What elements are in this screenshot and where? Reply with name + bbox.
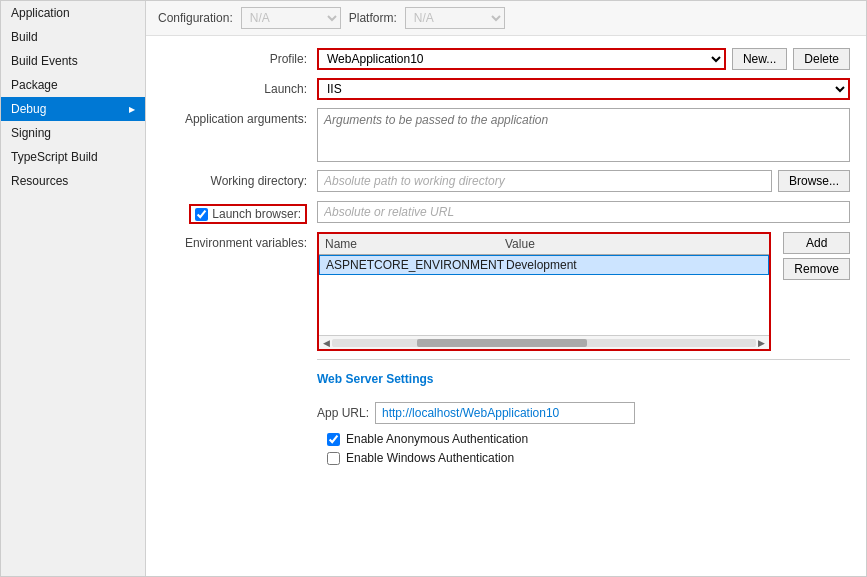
auth-checkboxes: Enable Anonymous Authentication Enable W… [327,432,850,465]
sidebar-item-signing[interactable]: Signing [1,121,145,145]
launch-url-area [317,201,850,223]
web-server-heading: Web Server Settings [317,372,433,386]
app-url-label: App URL: [317,406,369,420]
sidebar-item-typescript-build[interactable]: TypeScript Build [1,145,145,169]
divider [317,359,850,360]
web-server-heading-row: Web Server Settings [162,368,850,394]
env-cell-name: ASPNETCORE_ENVIRONMENT [326,258,506,272]
launch-browser-checkbox[interactable] [195,208,208,221]
delete-button[interactable]: Delete [793,48,850,70]
add-env-button[interactable]: Add [783,232,850,254]
env-vars-label: Environment variables: [162,232,317,250]
env-col-value-header: Value [505,237,763,251]
debug-content: Profile: WebApplication10 New... Delete … [146,36,866,576]
launch-browser-checkbox-group: Launch browser: [189,204,307,224]
sidebar-item-build[interactable]: Build [1,25,145,49]
launch-control-area: IIS [317,78,850,100]
env-cell-value: Development [506,258,762,272]
scrollbar-track [332,339,756,347]
env-col-name-header: Name [325,237,505,251]
sidebar-item-resources[interactable]: Resources [1,169,145,193]
new-button[interactable]: New... [732,48,787,70]
scroll-right-icon[interactable]: ▶ [756,338,767,348]
windows-auth-row: Enable Windows Authentication [327,451,850,465]
profile-label: Profile: [162,48,317,66]
app-args-control-area [317,108,850,162]
launch-label: Launch: [162,78,317,96]
env-action-buttons: Add Remove [783,232,850,280]
sidebar-item-package[interactable]: Package [1,73,145,97]
platform-select[interactable]: N/A [405,7,505,29]
browse-button[interactable]: Browse... [778,170,850,192]
profile-select[interactable]: WebApplication10 [317,48,726,70]
platform-label: Platform: [349,11,397,25]
app-url-input[interactable] [375,402,635,424]
working-dir-row: Working directory: Browse... [162,170,850,192]
scroll-left-icon[interactable]: ◀ [321,338,332,348]
launch-row: Launch: IIS [162,78,850,100]
main-content: Configuration: N/A Platform: N/A Profile… [146,1,866,576]
env-vars-row: Environment variables: Name Value ASPNET… [162,232,850,351]
scrollbar-thumb[interactable] [417,339,587,347]
working-dir-control-area: Browse... [317,170,850,192]
launch-browser-label-area: Launch browser: [162,200,317,224]
anon-auth-label[interactable]: Enable Anonymous Authentication [346,432,528,446]
env-table-body: ASPNETCORE_ENVIRONMENT Development [319,255,769,335]
configuration-label: Configuration: [158,11,233,25]
sidebar-item-debug[interactable]: Debug [1,97,145,121]
working-dir-input[interactable] [317,170,772,192]
launch-select[interactable]: IIS [317,78,850,100]
env-vars-control-area: Name Value ASPNETCORE_ENVIRONMENT Develo… [317,232,850,351]
env-table-wrapper: Name Value ASPNETCORE_ENVIRONMENT Develo… [317,232,771,351]
top-bar: Configuration: N/A Platform: N/A [146,1,866,36]
windows-auth-label[interactable]: Enable Windows Authentication [346,451,514,465]
launch-browser-row: Launch browser: [162,200,850,224]
env-table: Name Value ASPNETCORE_ENVIRONMENT Develo… [317,232,771,351]
sidebar: Application Build Build Events Package D… [1,1,146,576]
anon-auth-row: Enable Anonymous Authentication [327,432,850,446]
sidebar-item-application[interactable]: Application [1,1,145,25]
env-row[interactable]: ASPNETCORE_ENVIRONMENT Development [319,255,769,275]
app-args-input[interactable] [317,108,850,162]
sidebar-item-build-events[interactable]: Build Events [1,49,145,73]
anon-auth-checkbox[interactable] [327,433,340,446]
app-url-row: App URL: [317,402,850,424]
remove-env-button[interactable]: Remove [783,258,850,280]
env-table-header: Name Value [319,234,769,255]
app-args-label: Application arguments: [162,108,317,126]
profile-control-area: WebApplication10 New... Delete [317,48,850,70]
app-args-row: Application arguments: [162,108,850,162]
launch-url-input[interactable] [317,201,850,223]
windows-auth-checkbox[interactable] [327,452,340,465]
working-dir-label: Working directory: [162,170,317,188]
launch-browser-label[interactable]: Launch browser: [212,207,301,221]
env-scrollbar: ◀ ▶ [319,335,769,349]
configuration-select[interactable]: N/A [241,7,341,29]
profile-row: Profile: WebApplication10 New... Delete [162,48,850,70]
